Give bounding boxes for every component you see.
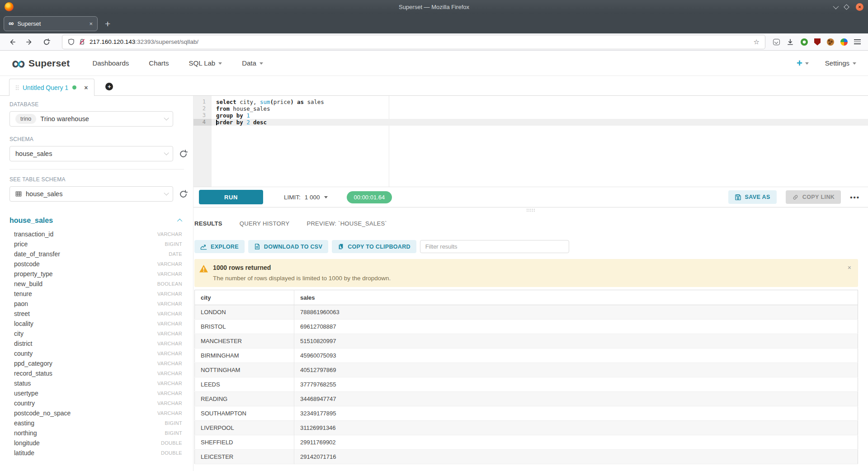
alert-close-icon[interactable]: × (848, 264, 851, 271)
schema-column-row[interactable]: longitudeDOUBLE (0, 438, 193, 448)
url-bar[interactable]: 217.160.120.143:32393/superset/sqllab/ ☆ (62, 35, 765, 49)
back-button[interactable] (5, 36, 19, 48)
table-row[interactable]: NOTTINGHAM40512797869 (195, 363, 858, 377)
schema-column-row[interactable]: cityVARCHAR (0, 329, 193, 339)
sql-editor[interactable]: 1234 select city, sum(price) as salesfro… (193, 96, 868, 187)
add-query-tab-button[interactable]: + (105, 83, 113, 90)
window-close-button[interactable]: × (856, 3, 863, 11)
more-actions-button[interactable]: ••• (850, 193, 860, 201)
schema-column-row[interactable]: record_statusVARCHAR (0, 368, 193, 378)
download-csv-button[interactable]: DOWNLOAD TO CSV (248, 240, 328, 253)
table-row[interactable]: SHEFFIELD29911769902 (195, 435, 858, 450)
schema-column-row[interactable]: paonVARCHAR (0, 299, 193, 309)
table-row[interactable]: LONDON788861960063 (195, 305, 858, 320)
pocket-icon[interactable] (773, 39, 780, 45)
sql-line[interactable]: group by 1 (212, 112, 868, 119)
schema-column-row[interactable]: countyVARCHAR (0, 349, 193, 358)
table-row[interactable]: SOUTHAMPTON32349177895 (195, 406, 858, 421)
schema-column-row[interactable]: transaction_idVARCHAR (0, 229, 193, 239)
hamburger-menu-icon[interactable] (854, 39, 861, 44)
table-row[interactable]: BRISTOL69612708887 (195, 320, 858, 334)
forward-button[interactable] (23, 36, 36, 48)
sql-line[interactable]: order by 2 desc (212, 119, 868, 126)
superset-logo[interactable]: ∞∞ Superset (12, 57, 70, 70)
new-tab-button[interactable]: + (105, 19, 110, 28)
schema-column-row[interactable]: postcodeVARCHAR (0, 259, 193, 269)
refresh-schema-icon[interactable] (179, 150, 188, 158)
extension-shield-icon[interactable] (814, 38, 821, 46)
table-row[interactable]: BIRMINGHAM45960075093 (195, 349, 858, 363)
table-row[interactable]: MANCHESTER51510820997 (195, 334, 858, 349)
schema-column-row[interactable]: latitudeDOUBLE (0, 448, 193, 458)
schema-column-row[interactable]: countryVARCHAR (0, 398, 193, 408)
window-maximize-icon[interactable] (844, 4, 849, 10)
browser-tabstrip: ∞ Superset × + (0, 14, 868, 33)
schema-column-row[interactable]: northingBIGINT (0, 428, 193, 438)
collapse-chevron-icon[interactable] (177, 219, 182, 224)
schema-column-row[interactable]: usertypeVARCHAR (0, 388, 193, 398)
save-as-button[interactable]: SAVE AS (728, 190, 777, 204)
schema-column-row[interactable]: tenureVARCHAR (0, 289, 193, 299)
extension-green-icon[interactable] (801, 38, 808, 46)
column-type: DATE (169, 251, 182, 257)
pane-splitter[interactable] (193, 207, 868, 213)
nav-item-sql-lab[interactable]: SQL Lab (189, 59, 222, 67)
table-select[interactable]: house_sales (9, 186, 173, 202)
query-tab-close-icon[interactable]: × (84, 84, 88, 91)
browser-tab[interactable]: ∞ Superset × (4, 16, 98, 31)
nav-item-dashboards[interactable]: Dashboards (92, 59, 129, 67)
run-button[interactable]: RUN (199, 190, 263, 204)
table-row[interactable]: READING34468947747 (195, 392, 858, 406)
refresh-table-icon[interactable] (179, 190, 188, 198)
nav-item-data[interactable]: Data (242, 59, 263, 67)
caret-down-icon (259, 62, 263, 65)
table-name-heading[interactable]: house_sales (9, 217, 53, 225)
drag-handle-icon[interactable] (16, 85, 17, 86)
schema-column-row[interactable]: postcode_no_spaceVARCHAR (0, 408, 193, 418)
new-item-button[interactable]: + (797, 58, 809, 68)
explore-button[interactable]: EXPLORE (194, 240, 245, 253)
schema-column-row[interactable]: date_of_transferDATE (0, 249, 193, 259)
nav-item-charts[interactable]: Charts (149, 59, 169, 67)
limit-dropdown[interactable]: LIMIT: 1 000 (284, 194, 328, 201)
tab-close-icon[interactable]: × (89, 20, 93, 27)
reload-button[interactable] (40, 36, 53, 48)
schema-select[interactable]: house_sales (9, 146, 173, 161)
table-cell: 51510820997 (294, 334, 858, 349)
shield-permissions-icon[interactable] (68, 38, 75, 45)
schema-column-row[interactable]: priceBIGINT (0, 239, 193, 249)
table-row[interactable]: LEEDS37779768255 (195, 377, 858, 392)
table-cell: NOTTINGHAM (195, 363, 294, 377)
copy-clipboard-button[interactable]: COPY TO CLIPBOARD (332, 240, 416, 253)
schema-column-row[interactable]: property_typeVARCHAR (0, 269, 193, 279)
schema-column-row[interactable]: new_buildBOOLEAN (0, 279, 193, 289)
filter-results-input[interactable] (420, 240, 569, 253)
schema-column-row[interactable]: streetVARCHAR (0, 309, 193, 319)
table-row[interactable]: LIVERPOOL31126991346 (195, 421, 858, 435)
extension-cookie-icon[interactable] (827, 38, 834, 46)
tab-preview-house-sales[interactable]: PREVIEW: `HOUSE_SALES` (307, 220, 387, 227)
results-column-header[interactable]: city (195, 290, 294, 305)
window-minimize-icon[interactable] (833, 3, 839, 9)
tab-query-history[interactable]: QUERY HISTORY (240, 220, 290, 227)
column-name: county (14, 350, 33, 357)
schema-column-row[interactable]: districtVARCHAR (0, 339, 193, 349)
tab-results[interactable]: RESULTS (194, 220, 222, 227)
schema-column-row[interactable]: eastingBIGINT (0, 418, 193, 428)
sql-line[interactable]: from house_sales (212, 105, 868, 112)
bookmark-star-icon[interactable]: ☆ (754, 38, 760, 46)
downloads-icon[interactable] (786, 36, 794, 48)
query-tab-active[interactable]: Untitled Query 1 × (9, 79, 94, 96)
insecure-lock-icon[interactable] (79, 38, 85, 45)
copy-link-button[interactable]: COPY LINK (786, 190, 841, 204)
database-select[interactable]: trino Trino warehouse (9, 111, 173, 127)
table-row[interactable]: LEICESTER29142071716 (195, 450, 858, 464)
schema-column-row[interactable]: ppd_categoryVARCHAR (0, 358, 193, 368)
sql-line[interactable]: select city, sum(price) as sales (212, 99, 868, 105)
settings-menu[interactable]: Settings (825, 59, 856, 67)
results-column-header[interactable]: sales (294, 290, 858, 305)
editor-code[interactable]: select city, sum(price) as salesfrom hou… (212, 96, 868, 187)
extension-pinwheel-icon[interactable] (840, 38, 848, 46)
schema-column-row[interactable]: localityVARCHAR (0, 319, 193, 329)
schema-column-row[interactable]: statusVARCHAR (0, 378, 193, 388)
